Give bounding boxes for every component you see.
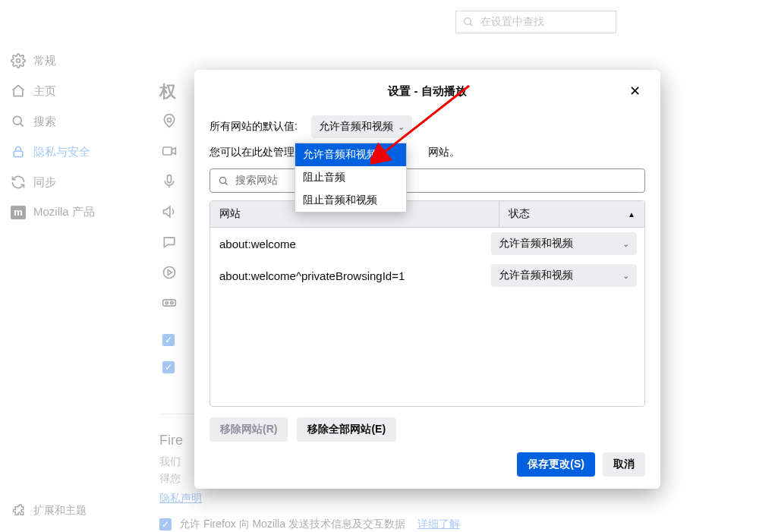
site-search-input[interactable]: 搜索网站 — [210, 168, 645, 193]
chevron-down-icon: ⌄ — [622, 239, 629, 249]
svg-point-11 — [220, 177, 226, 183]
table-row[interactable]: about:welcome 允许音频和视频 ⌄ — [210, 228, 644, 260]
site-cell: about:welcome — [219, 238, 491, 250]
default-value-select[interactable]: 允许音频和视频 ⌄ — [311, 115, 412, 138]
table-row[interactable]: about:welcome^privateBrowsingId=1 允许音频和视… — [210, 260, 644, 291]
dropdown-option[interactable]: 阻止音频和视频 — [295, 189, 406, 212]
sort-ascending-icon: ▲ — [628, 210, 635, 219]
cancel-button[interactable]: 取消 — [603, 452, 645, 477]
autoplay-settings-dialog: 设置 - 自动播放 ✕ 所有网站的默认值: 允许音频和视频 ⌄ 您可以在此处管理… — [194, 70, 660, 489]
dropdown-option[interactable]: 允许音频和视频 — [295, 143, 406, 166]
close-button[interactable]: ✕ — [624, 80, 645, 102]
select-value: 允许音频和视频 — [499, 269, 573, 282]
select-value: 允许音频和视频 — [319, 120, 393, 134]
search-icon — [218, 175, 229, 187]
table-header: 网站 状态 ▲ — [210, 201, 644, 228]
default-value-dropdown: 允许音频和视频 阻止音频 阻止音频和视频 — [295, 143, 407, 212]
desc-part: 网站。 — [428, 146, 460, 158]
col-header-label: 状态 — [509, 207, 530, 221]
col-header-status[interactable]: 状态 ▲ — [499, 201, 644, 227]
dialog-header: 设置 - 自动播放 ✕ — [210, 82, 645, 100]
status-select[interactable]: 允许音频和视频 ⌄ — [491, 232, 637, 255]
close-icon: ✕ — [629, 83, 641, 99]
save-button[interactable]: 保存更改(S) — [517, 452, 595, 477]
site-permissions-table: 网站 状态 ▲ about:welcome 允许音频和视频 ⌄ about:we… — [210, 200, 645, 407]
dialog-title: 设置 - 自动播放 — [210, 84, 645, 99]
chevron-down-icon: ⌄ — [622, 271, 629, 281]
placeholder-text: 搜索网站 — [235, 174, 278, 187]
site-cell: about:welcome^privateBrowsingId=1 — [219, 269, 491, 282]
dropdown-option[interactable]: 阻止音频 — [295, 166, 406, 189]
select-value: 允许音频和视频 — [499, 237, 573, 250]
chevron-down-icon: ⌄ — [398, 122, 405, 132]
dialog-description: 您可以在此处管理不遵 网站。 — [210, 146, 645, 159]
status-select[interactable]: 允许音频和视频 ⌄ — [491, 264, 637, 287]
remove-all-sites-button[interactable]: 移除全部网站(E) — [297, 417, 396, 442]
remove-site-button[interactable]: 移除网站(R) — [210, 417, 288, 442]
default-value-label: 所有网站的默认值: — [210, 120, 298, 134]
